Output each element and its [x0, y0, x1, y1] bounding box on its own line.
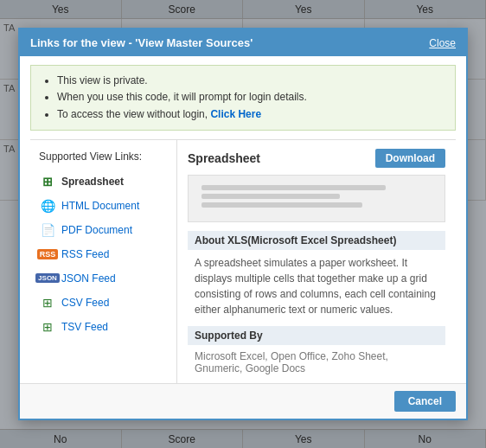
rss-icon: RSS	[39, 246, 56, 262]
preview-lines	[201, 185, 432, 211]
sidebar-item-csv-label: CSV Feed	[61, 297, 109, 309]
modal-body: Supported View Links: ⊞ Spreadsheet 🌐 HT…	[30, 139, 456, 383]
content-top: Spreadsheet Download	[188, 149, 445, 168]
sidebar-item-spreadsheet[interactable]: ⊞ Spreadsheet	[30, 170, 176, 194]
cancel-button[interactable]: Cancel	[394, 391, 456, 412]
download-button[interactable]: Download	[375, 149, 445, 168]
sidebar-item-rss[interactable]: RSS RSS Feed	[30, 242, 176, 266]
info-box: This view is private. When you use this …	[30, 65, 456, 131]
sidebar-item-pdf[interactable]: 📄 PDF Document	[30, 218, 176, 242]
modal-overlay: Links for the view - 'View Master Source…	[0, 0, 486, 448]
spreadsheet-icon: ⊞	[39, 174, 56, 189]
html-icon: 🌐	[39, 198, 56, 214]
info-line-2: When you use this code, it will prompt f…	[57, 89, 444, 106]
sidebar-item-pdf-label: PDF Document	[61, 224, 132, 236]
info-line-3: To access the view without login, Click …	[57, 106, 444, 123]
sidebar-item-json[interactable]: JSON JSON Feed	[30, 266, 176, 291]
preview-line-2	[201, 194, 340, 199]
modal-footer: Cancel	[20, 383, 466, 419]
sidebar-item-spreadsheet-label: Spreadsheet	[61, 176, 124, 188]
info-line-3-prefix: To access the view without login,	[57, 108, 210, 120]
info-line-1: This view is private.	[57, 73, 444, 89]
modal-close-button[interactable]: Close	[429, 37, 456, 49]
sidebar-item-tsv-label: TSV Feed	[61, 321, 108, 333]
sidebar-item-csv[interactable]: ⊞ CSV Feed	[30, 291, 176, 315]
preview-line-1	[201, 185, 386, 190]
modal-header: Links for the view - 'View Master Source…	[20, 29, 466, 56]
pdf-icon: 📄	[39, 222, 56, 238]
about-header: About XLS(Microsoft Excel Spreadsheet)	[188, 231, 445, 250]
sidebar-item-tsv[interactable]: ⊞ TSV Feed	[30, 315, 176, 339]
modal-title: Links for the view - 'View Master Source…	[30, 36, 253, 49]
preview-image	[188, 175, 445, 222]
click-here-link[interactable]: Click Here	[210, 108, 261, 120]
about-body: A spreadsheet simulates a paper workshee…	[188, 255, 445, 317]
preview-line-3	[201, 202, 362, 208]
tsv-icon: ⊞	[39, 319, 56, 335]
content-panel: Spreadsheet Download About XLS(Microsoft…	[177, 140, 456, 383]
sidebar-item-html[interactable]: 🌐 HTML Document	[30, 194, 176, 218]
sidebar-item-json-label: JSON Feed	[61, 272, 116, 285]
supported-header: Supported By	[188, 326, 445, 345]
supported-body: Microsoft Excel, Open Office, Zoho Sheet…	[188, 350, 445, 374]
sidebar-item-rss-label: RSS Feed	[61, 248, 109, 260]
sidebar-label: Supported View Links:	[30, 147, 176, 170]
csv-icon: ⊞	[39, 295, 56, 310]
json-icon: JSON	[39, 271, 56, 286]
sidebar: Supported View Links: ⊞ Spreadsheet 🌐 HT…	[30, 140, 177, 383]
content-title: Spreadsheet	[188, 151, 260, 165]
modal-dialog: Links for the view - 'View Master Source…	[18, 28, 468, 420]
sidebar-item-html-label: HTML Document	[61, 200, 139, 212]
